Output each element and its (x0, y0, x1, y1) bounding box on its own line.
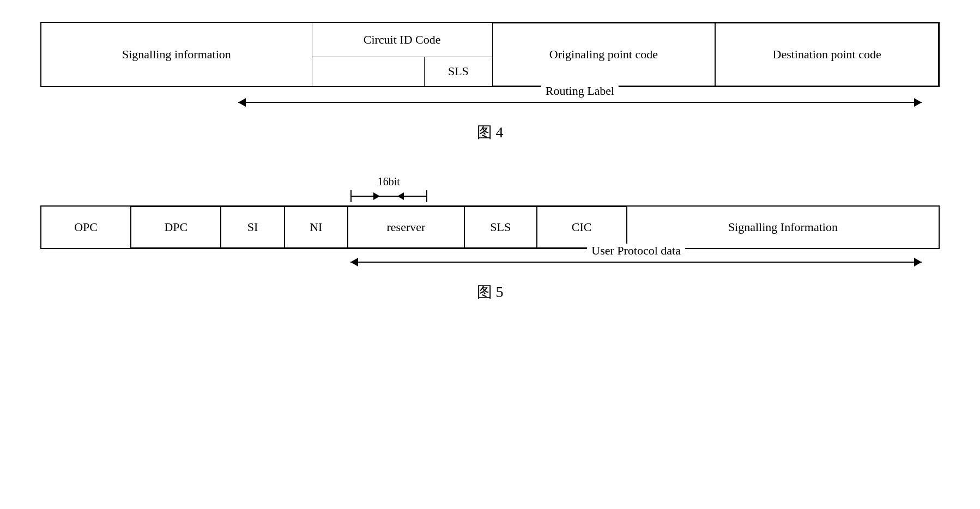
diagram4-box: Signalling information Circuit ID Code S… (40, 22, 940, 87)
dpc5-cell: DPC (131, 207, 221, 248)
16bit-arrow-row (350, 190, 427, 202)
routing-label-arrow: Routing Label (238, 93, 922, 112)
h-line-right (389, 196, 426, 197)
routing-label-text: Routing Label (541, 84, 619, 98)
right-tick (426, 190, 427, 202)
sls5-cell: SLS (464, 207, 537, 248)
protocol-right-arrowhead (914, 258, 922, 266)
signalling-info-label: Signalling information (122, 47, 231, 62)
16bit-bracket: 16bit (350, 175, 427, 205)
opc-cell: Originaling point code (492, 23, 716, 86)
signalling-info-cell: Signalling information (41, 23, 312, 86)
circuit-id-group: Circuit ID Code SLS (312, 23, 492, 86)
dpc-cell: Destination point code (715, 23, 939, 86)
figure5: 16bit OPC DPC (40, 175, 940, 319)
figure5-caption: 图 5 (40, 282, 940, 302)
user-protocol-label: User Protocol data (587, 244, 685, 258)
user-protocol-arrow-row: User Protocol data (40, 252, 940, 272)
16bit-label: 16bit (378, 175, 400, 188)
opc5-cell: OPC (41, 207, 131, 248)
figure4: Signalling information Circuit ID Code S… (40, 22, 940, 159)
signalling5-cell: Signalling Information (627, 207, 939, 248)
reserver5-cell: reserver (348, 207, 464, 248)
si5-cell: SI (221, 207, 284, 248)
right-arrowhead (914, 98, 922, 107)
protocol-left-arrowhead (350, 258, 358, 266)
routing-label-arrow-row: Routing Label (40, 93, 940, 112)
diagram5-box: OPC DPC SI NI reserver SLS CIC Signallin… (40, 205, 940, 249)
16bit-label-container: 16bit (40, 175, 940, 205)
ni5-cell: NI (285, 207, 348, 248)
h-line-left (352, 196, 389, 197)
sls-cell: SLS (425, 57, 492, 87)
figure4-caption: 图 4 (40, 122, 940, 143)
left-arrowhead (238, 98, 246, 107)
circuit-id-bottom: SLS (312, 57, 492, 87)
user-protocol-arrow: User Protocol data (350, 252, 922, 272)
circuit-id-empty (312, 57, 425, 87)
circuit-id-label: Circuit ID Code (312, 23, 492, 57)
16bit-arrow-right (373, 192, 380, 200)
16bit-arrow-left (397, 192, 404, 200)
cic5-cell: CIC (537, 207, 627, 248)
